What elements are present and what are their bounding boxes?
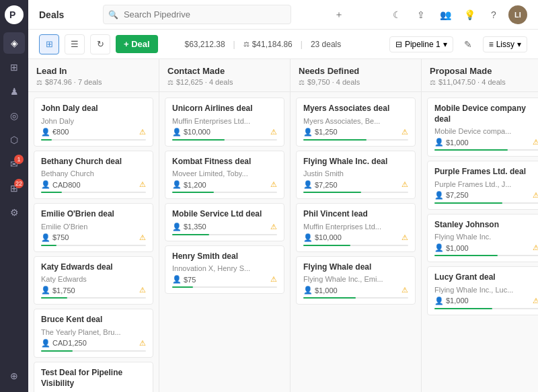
deal-card[interactable]: Henry Smith deal Innovation X, Henry S..… [165, 245, 284, 295]
deal-card[interactable]: Myers Associates deal Myers Associates, … [296, 97, 416, 147]
column-meta: ⚖ $874.96 · 7 deals [36, 78, 151, 86]
edit-icon[interactable]: ✎ [459, 35, 477, 54]
warning-icon: ⚠ [401, 286, 408, 295]
chevron-down-icon: ▾ [443, 40, 447, 49]
card-subtitle: Katy Edwards [41, 275, 146, 283]
deal-card[interactable]: John Daly deal John Daly 👤 €800 ⚠ [34, 97, 153, 147]
sidebar-item-reports[interactable]: ⊞ 22 [3, 178, 25, 199]
plus-icon[interactable]: ＋ [330, 5, 348, 24]
person-icon: 👤 [434, 138, 444, 147]
search-input[interactable] [103, 5, 291, 24]
progress-bar [41, 192, 146, 193]
column-title: Lead In [36, 66, 151, 76]
column-contact-made: Contact Made ⚖ $12,625 · 4 deals Unicorn… [159, 59, 291, 392]
list-view-btn[interactable]: ☰ [65, 34, 85, 54]
deal-card[interactable]: Test Deal for Pipeline Visibility Scott … [34, 362, 153, 392]
deal-card[interactable]: Bruce Kent deal The Yearly Planet, Bru..… [34, 309, 153, 358]
progress-fill [172, 139, 225, 141]
weighted-value: ⚖ $41,184.86 [243, 40, 293, 49]
deal-card[interactable]: Bethany Church deal Bethany Church 👤 CAD… [34, 151, 153, 200]
sidebar-item-activity[interactable]: ⊞ [3, 56, 25, 78]
help-icon[interactable]: ? [484, 5, 503, 24]
deal-card[interactable]: Purple Frames Ltd. deal Purple Frames Lt… [427, 161, 538, 210]
progress-bar [434, 308, 538, 309]
card-amount: 👤 $1,000 [303, 286, 338, 295]
warning-icon: ⚠ [139, 286, 146, 295]
deal-card[interactable]: Lucy Grant deal Flying Whale Inc., Luc..… [427, 266, 538, 315]
warning-icon: ⚠ [270, 223, 277, 231]
progress-bar [303, 192, 408, 193]
warning-icon: ⚠ [401, 128, 408, 136]
deal-card[interactable]: Katy Edwards deal Katy Edwards 👤 $1,750 … [34, 256, 153, 305]
warning-icon: ⚠ [270, 128, 277, 136]
progress-fill [303, 139, 367, 141]
sidebar-item-leads[interactable]: ◎ [3, 105, 25, 126]
filter-user-btn[interactable]: ≡ Lissy ▾ [483, 36, 527, 52]
card-footer: 👤 $750 ⚠ [41, 233, 146, 242]
users-icon[interactable]: 👥 [436, 5, 455, 24]
deals-count: 23 deals [311, 40, 341, 49]
avatar[interactable]: LI [508, 5, 527, 24]
card-footer: 👤 $1,350 ⚠ [172, 223, 277, 231]
card-footer: 👤 €800 ⚠ [41, 128, 146, 136]
card-subtitle: Bethany Church [41, 169, 146, 178]
sidebar-item-contacts[interactable]: ♟ [3, 81, 25, 102]
card-amount: 👤 $7,250 [434, 191, 469, 200]
warning-icon: ⚠ [139, 128, 146, 136]
sidebar-item-more[interactable]: ⊕ [3, 365, 25, 387]
search-bar: 🔍 [103, 5, 291, 24]
deal-card[interactable]: Unicorn Airlines deal Muffin Enterprises… [165, 97, 284, 147]
sidebar-item-pipeline[interactable]: ◈ [3, 32, 25, 54]
progress-fill [172, 192, 214, 193]
progress-bar [172, 192, 277, 193]
deal-card[interactable]: Phil Vincent lead Muffin Enterprises Ltd… [296, 203, 416, 252]
filter-icon: ≡ [489, 40, 494, 49]
share-icon[interactable]: ⇪ [412, 5, 430, 24]
card-title: Emilie O'Brien deal [41, 209, 146, 220]
card-title: Bethany Church deal [41, 157, 146, 167]
lightbulb-icon[interactable]: 💡 [460, 5, 479, 24]
column-proposal-made: Proposal Made ⚖ $11,047.50 · 4 deals Mob… [422, 59, 538, 392]
pipeline-selector[interactable]: ⊟ Pipeline 1 ▾ [389, 36, 453, 52]
deal-card[interactable]: Flying Whale deal Flying Whale Inc., Emi… [296, 256, 416, 305]
card-subtitle: John Daly [41, 117, 146, 125]
kanban-view-btn[interactable]: ⊞ [39, 34, 59, 54]
deal-card[interactable]: Stanley Johnson Flying Whale Inc. 👤 $1,0… [427, 214, 538, 263]
card-footer: 👤 CAD800 ⚠ [41, 180, 146, 189]
warning-icon: ⚠ [533, 138, 538, 147]
deal-card[interactable]: Kombat Fitness deal Moveer Limited, Toby… [165, 151, 284, 200]
person-icon: 👤 [303, 180, 313, 189]
card-amount: 👤 $1,000 [434, 243, 469, 252]
kanban-board: Lead In ⚖ $874.96 · 7 deals John Daly de… [28, 59, 538, 392]
card-footer: 👤 $1,000 ⚠ [303, 286, 408, 295]
main-content: Deals 🔍 ＋ ☾ ⇪ 👥 💡 ? LI ⊞ ☰ ↻ + Deal $63,… [28, 0, 538, 392]
column-cards-lead-in: John Daly deal John Daly 👤 €800 ⚠ Bethan… [28, 92, 159, 392]
sidebar-item-mail[interactable]: ✉ 1 [3, 153, 25, 175]
column-meta: ⚖ $9,750 · 4 deals [299, 78, 413, 86]
warning-icon: ⚠ [533, 297, 538, 305]
card-footer: 👤 $1,250 ⚠ [303, 128, 408, 136]
sidebar-item-goals[interactable]: ⬡ [3, 129, 25, 151]
theme-icon[interactable]: ☾ [387, 5, 406, 24]
person-icon: 👤 [41, 339, 50, 348]
card-amount: 👤 $10,000 [303, 233, 342, 242]
app-logo[interactable]: P [5, 5, 24, 24]
sidebar-item-automations[interactable]: ⚙ [3, 202, 25, 223]
column-header-needs-defined: Needs Defined ⚖ $9,750 · 4 deals [291, 59, 421, 92]
deal-card[interactable]: Mobile Device company deal Mobile Device… [427, 97, 538, 157]
deal-card[interactable]: Emilie O'Brien deal Emilie O'Brien 👤 $75… [34, 203, 153, 252]
column-meta: ⚖ $11,047.50 · 4 deals [430, 78, 538, 86]
card-subtitle: Mobile Device compa... [434, 127, 538, 135]
progress-fill [434, 202, 502, 204]
card-amount: 👤 $1,000 [434, 138, 469, 147]
add-deal-button[interactable]: + Deal [116, 35, 158, 53]
progress-bar [303, 297, 408, 299]
deal-card[interactable]: Flying Whale Inc. deal Justin Smith 👤 $7… [296, 151, 416, 200]
card-amount: 👤 $10,000 [172, 128, 210, 136]
deal-card[interactable]: Mobile Service Ltd deal 👤 $1,350 ⚠ [165, 203, 284, 241]
person-icon: 👤 [434, 191, 444, 200]
person-icon: 👤 [434, 243, 444, 252]
progress-fill [41, 245, 56, 246]
filter-btn-secondary[interactable]: ↻ [90, 34, 110, 54]
toolbar-right: ⊟ Pipeline 1 ▾ ✎ ≡ Lissy ▾ [389, 35, 527, 54]
